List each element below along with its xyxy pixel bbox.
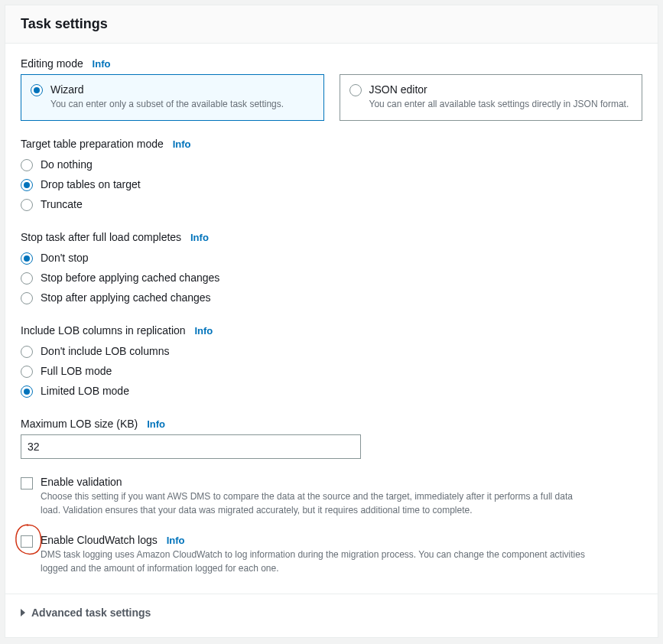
json-desc: You can enter all available task setting… [369,98,629,111]
radio-icon [349,84,362,96]
max-lob-input[interactable] [21,434,361,459]
max-lob-info-link[interactable]: Info [147,418,165,430]
task-settings-panel: Task settings Editing mode Info Wizard Y… [5,5,658,638]
enable-cloudwatch-info-link[interactable]: Info [167,535,185,546]
json-title: JSON editor [369,83,629,96]
caret-right-icon [21,609,25,616]
enable-cloudwatch-checkbox[interactable] [21,535,33,548]
stop-task-stop-before[interactable]: Stop before applying cached changes [21,268,642,288]
lob-label: Include LOB columns in replication [21,324,186,337]
stop-task-group: Stop task after full load completes Info… [21,231,642,307]
target-prep-do-nothing[interactable]: Do nothing [21,154,642,174]
radio-icon [21,252,33,265]
max-lob-label: Maximum LOB size (KB) [21,418,138,430]
wizard-title: Wizard [50,83,284,96]
enable-cloudwatch-label: Enable CloudWatch logs Info [41,534,591,546]
enable-validation-checkbox[interactable] [21,477,33,490]
enable-cloudwatch-group: Enable CloudWatch logs Info DMS task log… [21,534,642,575]
stop-task-dont-stop[interactable]: Don't stop [21,248,642,268]
lob-group: Include LOB columns in replication Info … [21,324,642,401]
stop-task-label: Stop task after full load completes [21,231,181,243]
target-prep-truncate[interactable]: Truncate [21,194,642,214]
radio-icon [21,199,33,211]
editing-mode-info-link[interactable]: Info [93,58,111,70]
radio-icon [21,346,33,358]
radio-icon [21,272,33,285]
radio-icon [21,179,33,191]
enable-cloudwatch-desc: DMS task logging uses Amazon CloudWatch … [41,548,591,575]
panel-header: Task settings [5,5,658,44]
radio-icon [21,366,33,378]
enable-validation-desc: Choose this setting if you want AWS DMS … [41,490,591,517]
advanced-task-settings-toggle[interactable]: Advanced task settings [21,607,642,622]
lob-full-mode[interactable]: Full LOB mode [21,361,642,381]
target-prep-label: Target table preparation mode [21,138,164,150]
target-prep-info-link[interactable]: Info [173,138,191,150]
radio-icon [21,292,33,304]
editing-mode-json-card[interactable]: JSON editor You can enter all available … [340,74,643,121]
editing-mode-wizard-card[interactable]: Wizard You can enter only a subset of th… [21,74,324,121]
max-lob-group: Maximum LOB size (KB) Info [21,418,642,459]
stop-task-info-link[interactable]: Info [190,232,209,243]
target-prep-group: Target table preparation mode Info Do no… [21,138,642,214]
enable-validation-label: Enable validation [41,476,591,488]
lob-limited-mode[interactable]: Limited LOB mode [21,381,642,401]
stop-task-stop-after[interactable]: Stop after applying cached changes [21,288,642,307]
radio-icon [21,159,33,171]
enable-validation-group: Enable validation Choose this setting if… [21,476,642,517]
wizard-desc: You can enter only a subset of the avail… [50,98,284,111]
editing-mode-label: Editing mode Info [21,57,642,70]
lob-info-link[interactable]: Info [194,325,213,337]
panel-title: Task settings [21,16,642,32]
target-prep-drop-tables[interactable]: Drop tables on target [21,174,642,194]
radio-icon [21,385,33,398]
lob-dont-include[interactable]: Don't include LOB columns [21,341,642,361]
divider [5,594,658,594]
radio-icon [31,84,43,96]
